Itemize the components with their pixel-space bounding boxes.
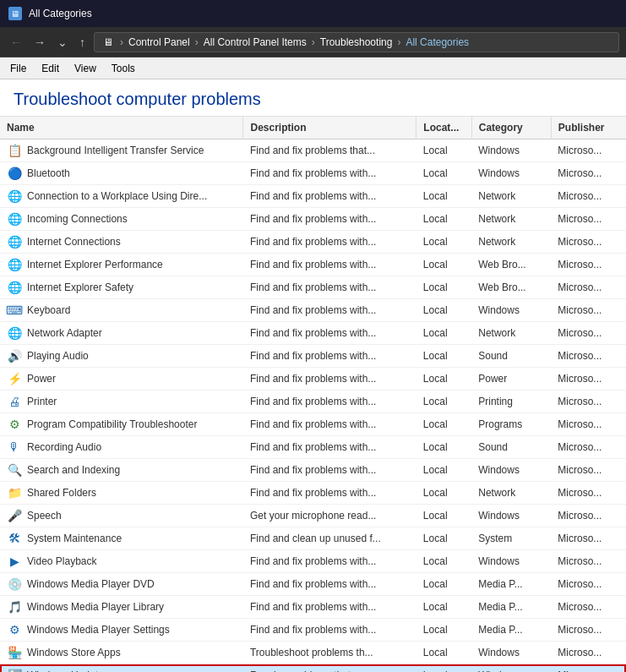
row-loc: Local — [416, 185, 471, 208]
row-pub: Microso... — [551, 436, 626, 459]
row-cat: Web Bro... — [471, 276, 551, 299]
row-desc: Find and fix problems with... — [243, 162, 416, 185]
table-row[interactable]: 🎤SpeechGet your microphone read...LocalW… — [0, 505, 626, 527]
row-desc: Find and fix problems with... — [243, 391, 416, 413]
address-path[interactable]: 🖥 › Control Panel › All Control Panel It… — [94, 32, 619, 52]
table-row[interactable]: 🌐Incoming ConnectionsFind and fix proble… — [0, 208, 626, 231]
table-row[interactable]: ▶Video PlaybackFind and fix problems wit… — [0, 550, 626, 573]
table-row[interactable]: 🎙Recording AudioFind and fix problems wi… — [0, 436, 626, 459]
back-button[interactable]: ← — [7, 34, 25, 51]
up-button[interactable]: ↑ — [76, 34, 89, 51]
menu-file[interactable]: File — [3, 60, 33, 77]
menu-edit[interactable]: Edit — [35, 60, 66, 77]
row-name: Network Adapter — [27, 327, 102, 339]
table-row[interactable]: 🏪Windows Store AppsTroubleshoot problems… — [0, 642, 626, 664]
row-loc: Local — [416, 619, 471, 642]
table-row[interactable]: ⌨KeyboardFind and fix problems with...Lo… — [0, 299, 626, 322]
row-loc: Local — [416, 596, 471, 619]
row-desc: Find and fix problems with... — [243, 254, 416, 276]
row-icon: 🖨 — [7, 394, 22, 409]
row-icon: ⌨ — [7, 303, 22, 318]
forward-button[interactable]: → — [30, 34, 49, 51]
row-icon: 🌐 — [7, 257, 22, 272]
row-desc: Find and fix problems with... — [243, 345, 416, 368]
row-name: Keyboard — [27, 304, 70, 316]
row-loc: Local — [416, 505, 471, 527]
row-pub: Microso... — [551, 482, 626, 505]
table-row[interactable]: 💿Windows Media Player DVDFind and fix pr… — [0, 573, 626, 596]
table-row[interactable]: 🌐Internet ConnectionsFind and fix proble… — [0, 231, 626, 254]
table-row[interactable]: 🌐Connection to a Workplace Using Dire...… — [0, 185, 626, 208]
col-header-cat[interactable]: Category — [471, 117, 551, 139]
table-header-row: Name Description Locat... Category Publi… — [0, 117, 626, 139]
items-table: Name Description Locat... Category Publi… — [0, 117, 626, 672]
table-row[interactable]: 📁Shared FoldersFind and fix problems wit… — [0, 482, 626, 505]
path-troubleshooting: Troubleshooting — [320, 36, 393, 48]
row-cat: Sound — [471, 436, 551, 459]
row-cat: Network — [471, 231, 551, 254]
row-name: Recording Audio — [27, 441, 101, 453]
table-row[interactable]: 🎵Windows Media Player LibraryFind and fi… — [0, 596, 626, 619]
menu-view[interactable]: View — [68, 60, 103, 77]
row-desc: Find and fix problems with... — [243, 231, 416, 254]
table-row[interactable]: 🖨PrinterFind and fix problems with...Loc… — [0, 391, 626, 413]
row-pub: Microso... — [551, 139, 626, 162]
row-pub: Microso... — [551, 345, 626, 368]
row-desc: Find and fix problems with... — [243, 322, 416, 345]
row-icon: ⚙ — [7, 417, 22, 432]
table-row[interactable]: 🔵BluetoothFind and fix problems with...L… — [0, 162, 626, 185]
row-name: Printer — [27, 396, 57, 407]
table-row[interactable]: ⚙Program Compatibility TroubleshooterFin… — [0, 413, 626, 436]
col-header-loc[interactable]: Locat... — [416, 117, 471, 139]
menu-tools[interactable]: Tools — [105, 60, 142, 77]
row-loc: Local — [416, 345, 471, 368]
row-icon: 🌐 — [7, 234, 22, 249]
table-row[interactable]: 🌐Internet Explorer PerformanceFind and f… — [0, 254, 626, 276]
row-icon: 🌐 — [7, 188, 22, 204]
row-pub: Microso... — [551, 322, 626, 345]
row-name: Background Intelligent Transfer Service — [27, 145, 204, 156]
row-desc: Find and fix problems with... — [243, 573, 416, 596]
row-cat: Network — [471, 208, 551, 231]
row-loc: Local — [416, 368, 471, 391]
row-pub: Microso... — [551, 231, 626, 254]
row-pub: Microso... — [551, 276, 626, 299]
table-row[interactable]: 🛠System MaintenanceFind and clean up unu… — [0, 527, 626, 550]
recent-button[interactable]: ⌄ — [54, 34, 71, 51]
window-title: All Categories — [29, 8, 92, 19]
row-pub: Microso... — [551, 413, 626, 436]
row-pub: Microso... — [551, 368, 626, 391]
row-cat: Windows — [471, 162, 551, 185]
col-header-pub[interactable]: Publisher — [551, 117, 626, 139]
row-icon: ⚡ — [7, 371, 22, 386]
row-cat: Network — [471, 482, 551, 505]
row-loc: Local — [416, 664, 471, 673]
row-desc: Find and fix problems with... — [243, 459, 416, 482]
row-loc: Local — [416, 391, 471, 413]
table-row[interactable]: 📋Background Intelligent Transfer Service… — [0, 139, 626, 162]
row-cat: Power — [471, 368, 551, 391]
row-desc: Find and fix problems with... — [243, 413, 416, 436]
row-pub: Microso... — [551, 596, 626, 619]
row-name: Internet Explorer Performance — [27, 259, 163, 270]
table-row[interactable]: ⚙Windows Media Player SettingsFind and f… — [0, 619, 626, 642]
row-desc: Find and fix problems with... — [243, 596, 416, 619]
col-header-name[interactable]: Name — [0, 117, 243, 139]
row-loc: Local — [416, 322, 471, 345]
row-icon: 📁 — [7, 485, 22, 500]
table-row[interactable]: 🔍Search and IndexingFind and fix problem… — [0, 459, 626, 482]
path-icon: 🖥 — [101, 36, 115, 49]
row-loc: Local — [416, 459, 471, 482]
table-row[interactable]: 🌐Network AdapterFind and fix problems wi… — [0, 322, 626, 345]
table-row[interactable]: 🔊Playing AudioFind and fix problems with… — [0, 345, 626, 368]
row-desc: Find and fix problems with... — [243, 368, 416, 391]
table-row[interactable]: ⚡PowerFind and fix problems with...Local… — [0, 368, 626, 391]
row-pub: Microso... — [551, 664, 626, 673]
row-desc: Find and fix problems with... — [243, 550, 416, 573]
table-row[interactable]: 🔄Windows UpdateResolve problems that pre… — [0, 664, 626, 673]
col-header-desc[interactable]: Description — [243, 117, 416, 139]
row-cat: Media P... — [471, 619, 551, 642]
table-row[interactable]: 🌐Internet Explorer SafetyFind and fix pr… — [0, 276, 626, 299]
page-title: Troubleshoot computer problems — [0, 79, 626, 117]
row-pub: Microso... — [551, 459, 626, 482]
